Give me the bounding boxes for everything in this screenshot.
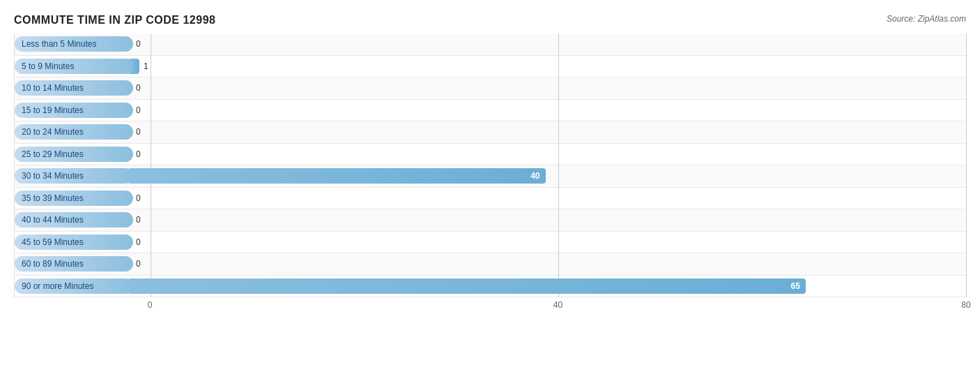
bar-row: 45 to 59 Minutes0 (15, 232, 966, 254)
bar-track: 0 (133, 77, 966, 99)
bar-value-label: 65 (791, 281, 800, 291)
bar-row: 90 or more Minutes65 (15, 276, 966, 298)
bar-track: 0 (133, 253, 966, 275)
bar-value-label: 0 (136, 127, 141, 137)
bar-row: 15 to 19 Minutes0 (15, 100, 966, 122)
bar-row: 30 to 34 Minutes40 (15, 165, 966, 188)
x-axis-tick-label: 80 (961, 300, 970, 310)
bar-row: Less than 5 Minutes0 (15, 33, 966, 56)
bar-value-label: 40 (530, 171, 539, 181)
x-axis: 04080 (150, 300, 966, 314)
x-axis-tick-label: 40 (553, 300, 562, 310)
bar-value-label: 0 (136, 39, 141, 49)
bar-label-pill: 25 to 29 Minutes (15, 147, 133, 162)
bar-fill: 40 (129, 168, 546, 184)
bar-label-pill: 10 to 14 Minutes (15, 80, 133, 96)
bar-value-label: 0 (136, 193, 141, 203)
chart-header: COMMUTE TIME IN ZIP CODE 12998 Source: Z… (14, 14, 966, 27)
bar-row: 10 to 14 Minutes0 (15, 77, 966, 100)
bar-label-pill: 15 to 19 Minutes (15, 103, 133, 118)
bar-row: 60 to 89 Minutes0 (15, 253, 966, 276)
x-axis-tick-label: 0 (148, 300, 153, 310)
bar-label-pill: Less than 5 Minutes (15, 36, 133, 52)
bar-track: 0 (133, 232, 966, 253)
bar-value-label: 0 (136, 149, 141, 159)
bar-fill: 65 (129, 278, 806, 294)
bar-track: 0 (133, 121, 966, 143)
bar-row: 40 to 44 Minutes0 (15, 209, 966, 232)
bar-track: 40 (133, 165, 966, 187)
bar-label-pill: 40 to 44 Minutes (15, 212, 133, 228)
chart-title: COMMUTE TIME IN ZIP CODE 12998 (14, 14, 215, 27)
bar-value-label: 0 (136, 237, 141, 247)
chart-area: Less than 5 Minutes05 to 9 Minutes110 to… (14, 33, 966, 315)
bar-row: 20 to 24 Minutes0 (15, 121, 966, 144)
grid-line (966, 33, 967, 297)
bar-row: 35 to 39 Minutes0 (15, 188, 966, 210)
bar-value-label: 0 (136, 259, 141, 269)
bar-track: 0 (133, 188, 966, 209)
bar-track: 0 (133, 100, 966, 121)
bar-value-label: 0 (136, 215, 141, 225)
bar-track: 0 (133, 209, 966, 231)
bar-label-pill: 45 to 59 Minutes (15, 234, 133, 250)
bar-track: 0 (133, 144, 966, 165)
bar-track: 1 (133, 56, 966, 77)
bar-value-label: 0 (136, 83, 141, 93)
bar-label-pill: 20 to 24 Minutes (15, 124, 133, 140)
chart-source: Source: ZipAtlas.com (887, 14, 966, 24)
bar-value-label: 1 (144, 61, 148, 71)
bar-value-label: 0 (136, 105, 141, 115)
bar-label-pill: 5 to 9 Minutes (15, 59, 133, 74)
bar-row: 5 to 9 Minutes1 (15, 56, 966, 78)
bar-track: 65 (133, 276, 966, 297)
bars-wrapper: Less than 5 Minutes05 to 9 Minutes110 to… (14, 33, 966, 297)
bar-label-pill: 60 to 89 Minutes (15, 256, 133, 271)
chart-container: COMMUTE TIME IN ZIP CODE 12998 Source: Z… (0, 0, 980, 365)
bar-label-pill: 35 to 39 Minutes (15, 191, 133, 206)
bar-row: 25 to 29 Minutes0 (15, 144, 966, 166)
bar-track: 0 (133, 33, 966, 55)
bar-label-pill: 30 to 34 Minutes (15, 168, 133, 184)
bar-label-pill: 90 or more Minutes (15, 278, 133, 294)
